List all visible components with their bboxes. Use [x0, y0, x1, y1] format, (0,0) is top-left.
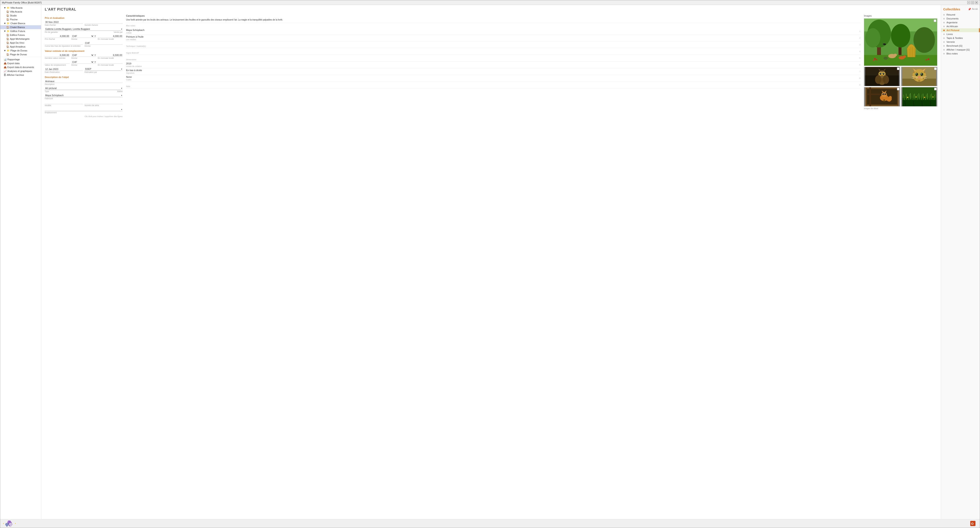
right-sidebar-item-resume[interactable]: Résumé — [941, 13, 980, 17]
estimation-par-wrapper[interactable]: ▼ — [84, 67, 123, 71]
sidebar-item-piscine[interactable]: 🏠 Piscine — [0, 17, 41, 21]
right-sidebar-item-art-pictural[interactable]: Art Pictural — [941, 28, 980, 32]
fabricant-wrapper[interactable]: ▼ — [45, 94, 123, 97]
sidebar-label-plage-de-dunas: Plage de Dunas — [10, 53, 41, 56]
thumb-grass[interactable] — [901, 87, 937, 106]
estimation-par-input[interactable] — [84, 67, 121, 71]
char-field-label: Signe distinctif — [126, 52, 857, 54]
row-date-achat: Date d'achat Numéro facture — [45, 21, 123, 26]
emplacement-dropdown-icon[interactable]: ▼ — [121, 108, 123, 111]
right-sidebar-item-documents[interactable]: Documents — [941, 17, 980, 21]
svg-rect-72 — [869, 87, 871, 106]
right-sidebar-item-tapis-textiles[interactable]: Tapis & Textiles — [941, 36, 980, 40]
valeur-monnaie-input[interactable] — [98, 54, 123, 57]
collapse-icon-4: ▼ — [4, 49, 6, 52]
right-sidebar-item-benchmark[interactable]: Benchmark [G] — [941, 44, 980, 48]
type-dropdown-icon[interactable]: ▼ — [121, 87, 123, 89]
date-achat-input[interactable] — [45, 21, 83, 24]
right-sidebar-item-afficher-masquer[interactable]: Afficher / masquer [G] — [941, 48, 980, 52]
close-button[interactable]: ✕ — [975, 1, 978, 4]
emplacement-input[interactable] — [45, 108, 121, 111]
char-field-label: Les médias — [126, 38, 857, 41]
right-sidebar-item-verrerie[interactable]: Verrerie — [941, 40, 980, 44]
fabricant-dropdown-icon[interactable]: ▼ — [121, 94, 123, 97]
estimation-par-dropdown-icon[interactable]: ▼ — [121, 68, 123, 70]
right-sidebar-item-bloc-notes[interactable]: Bloc-notes — [941, 52, 980, 55]
sidebar-item-chalet-bianca-group[interactable]: ▼ 📁 Chalet Bianca — [0, 21, 41, 25]
numero-facture-input[interactable] — [84, 21, 123, 24]
vendu-par-dropdown-icon[interactable]: ▼ — [121, 28, 123, 30]
minimize-button[interactable]: ─ — [967, 1, 970, 4]
svg-rect-15 — [892, 54, 893, 57]
prix-achat-input[interactable] — [45, 35, 70, 38]
char-field-number: 2 — [857, 37, 861, 39]
sidebar-dot-icon — [943, 30, 945, 31]
vendu-par-select-wrapper[interactable]: ▼ — [45, 27, 123, 31]
vendu-par-input[interactable] — [45, 27, 121, 31]
house-icon-5: 🏠 — [6, 34, 9, 36]
font-size-control[interactable]: Aa aä — [972, 8, 978, 11]
sidebar-item-appt-amadeus[interactable]: 🏠 Appt Amadeus — [0, 45, 41, 49]
sidebar-item-rapportage[interactable]: 📊 Rapportage — [0, 57, 41, 61]
thumb-cheetah-checkbox[interactable] — [934, 67, 937, 70]
cumul-devise-input[interactable] — [84, 41, 123, 45]
field-remplacement-devise: CHF EUR ▼ Devise — [72, 60, 96, 66]
remplacement-devise-wrapper[interactable]: CHF EUR ▼ — [72, 60, 96, 64]
sidebar-item-analyses[interactable]: 📈 Analyses et graphiques — [0, 69, 41, 73]
thumb-squirrel[interactable] — [864, 87, 900, 106]
pin-icon[interactable]: 📌 — [968, 8, 971, 11]
row-vendu-par: ▼ Fin de garantie Vendu par — [45, 27, 123, 33]
valeur-devise-select[interactable]: CHF EUR — [72, 54, 94, 57]
thumb-squirrel-checkbox[interactable] — [897, 88, 900, 90]
painting-svg — [864, 19, 937, 66]
devise-select-wrapper[interactable]: CHF EUR USD ▼ — [72, 35, 96, 38]
sidebar-dot-icon — [943, 22, 945, 23]
monnaie-locale-input[interactable] — [98, 35, 123, 38]
thumb-grass-checkbox[interactable] — [934, 88, 937, 90]
right-sidebar-item-art-africain[interactable]: Art Africain — [941, 24, 980, 28]
remplacement-devise-select[interactable]: CHF EUR — [72, 60, 94, 63]
right-sidebar-item-livres[interactable]: Livres — [941, 32, 980, 36]
type-input[interactable] — [45, 87, 121, 90]
remplacement-monnaie-input[interactable] — [98, 60, 123, 64]
folder-icon-2: 📁 — [7, 22, 10, 25]
thumb-cheetah[interactable] — [901, 67, 937, 86]
numero-facture-label: Numéro facture — [84, 24, 123, 26]
valeur-remplacement-input[interactable] — [45, 60, 70, 64]
devise-select[interactable]: CHF EUR USD — [72, 35, 94, 38]
main-image-checkbox[interactable] — [934, 19, 936, 22]
sidebar-item-villa-acacia-group[interactable]: ▼ 📁 Villa Acacia — [0, 6, 41, 10]
sidebar-item-appt-michelangelo[interactable]: 🏠 Appt Michelangelo — [0, 37, 41, 41]
emplacement-wrapper[interactable]: ▼ — [45, 108, 123, 111]
sidebar-item-chalet-bianca[interactable]: 🏠 Chalet Bianca — [0, 25, 41, 29]
cumul-input[interactable] — [45, 41, 83, 45]
sidebar-item-edifice-futura-group[interactable]: ▼ 📁 Edifice Futura — [0, 29, 41, 33]
derniere-valeur-input[interactable] — [45, 54, 70, 57]
sidebar-item-appt-da-vinci[interactable]: 🏠 Appt Da Vinci — [0, 41, 41, 45]
svg-point-54 — [916, 73, 918, 76]
type-wrapper[interactable]: ▼ — [45, 87, 123, 90]
sidebar-item-plage-de-dunas[interactable]: 🏠 Plage de Dunas — [0, 52, 41, 56]
char-field-value: En bas à droite — [126, 69, 857, 72]
modele-input[interactable] — [45, 101, 83, 104]
fabricant-input[interactable] — [45, 94, 121, 97]
char-field-label: Année de création — [126, 65, 857, 67]
sidebar-item-edifice-futura[interactable]: 🏠 Edifice Futura — [0, 33, 41, 37]
sidebar-item-villa-acacia[interactable]: 🏠 Villa Acacia — [0, 10, 41, 14]
numero-serie-input[interactable] — [84, 101, 123, 104]
sidebar-item-plage-de-dunas-group[interactable]: ▼ 📁 Plage de Dunas — [0, 49, 41, 52]
sidebar-item-archive[interactable]: 🗄 Afficher l'archive — [0, 73, 41, 77]
thumb-owl[interactable] — [864, 67, 900, 86]
sidebar-item-export-data-docs[interactable]: 📤 Export data & documents — [0, 65, 41, 69]
valeur-devise-wrapper[interactable]: CHF EUR ▼ — [72, 54, 96, 57]
field-numero-facture: Numéro facture — [84, 21, 123, 26]
images-panel: Images — [864, 14, 937, 117]
restore-button[interactable]: □ — [971, 1, 974, 4]
description-input[interactable] — [45, 80, 123, 83]
right-sidebar-item-argenterie[interactable]: Argenterie — [941, 21, 980, 24]
svg-point-41 — [883, 75, 889, 84]
thumb-owl-checkbox[interactable] — [897, 67, 900, 70]
sidebar-item-studio[interactable]: 🏠 Studio — [0, 14, 41, 17]
date-estimation-input[interactable] — [45, 68, 83, 71]
sidebar-item-export-data[interactable]: 📤 Export data — [0, 61, 41, 65]
